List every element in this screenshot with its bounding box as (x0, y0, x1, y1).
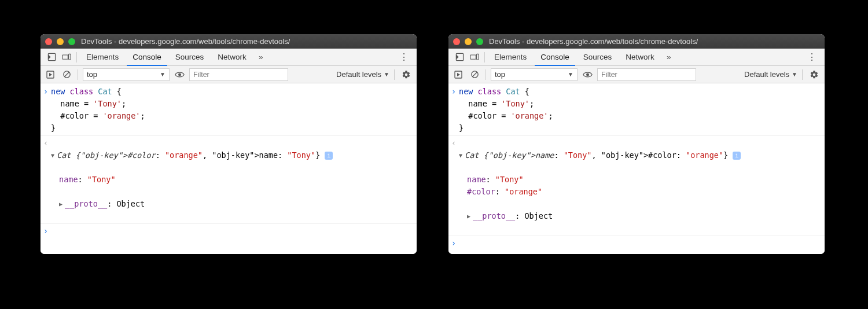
window-title: DevTools - developers.google.com/web/too… (489, 37, 698, 46)
more-menu-icon[interactable]: ⋮ (396, 52, 412, 62)
console-input-row: › new class Cat { name = 'Tony'; #color … (41, 84, 417, 136)
main-tabbar: ElementsConsoleSourcesNetwork » ⋮ (448, 49, 825, 66)
devtools-window: DevTools - developers.google.com/web/too… (448, 34, 825, 254)
console-settings-icon[interactable] (399, 70, 413, 79)
chevron-down-icon: ▼ (384, 71, 389, 78)
expand-toggle-icon[interactable]: ▼ (459, 149, 465, 161)
show-console-sidebar-icon[interactable] (452, 68, 465, 81)
info-badge-icon[interactable]: i (733, 152, 741, 160)
separator (484, 52, 485, 62)
toggle-device-icon[interactable] (468, 51, 481, 64)
tab-elements[interactable]: Elements (488, 49, 532, 66)
titlebar: DevTools - developers.google.com/web/too… (41, 34, 417, 49)
chevron-down-icon: ▼ (792, 71, 797, 78)
zoom-button[interactable] (476, 38, 483, 45)
input-prompt-icon: › (448, 86, 459, 98)
minimize-button[interactable] (57, 38, 64, 45)
filter-input[interactable] (597, 68, 696, 81)
tab-label: Console (133, 53, 161, 61)
console-result-row: ‹ ▼Cat {"obj-key">#color: "orange", "obj… (41, 136, 417, 224)
show-console-sidebar-icon[interactable] (44, 68, 57, 81)
more-menu-icon[interactable]: ⋮ (804, 52, 820, 62)
object-proto[interactable]: ▶__proto__: Object (59, 198, 413, 210)
context-selector[interactable]: top ▼ (491, 68, 578, 81)
object-tree: name: "Tony"#color: "orange" ▶__proto__:… (459, 161, 821, 234)
tab-label: Network (218, 53, 247, 61)
log-levels-selector[interactable]: Default levels ▼ (741, 70, 797, 79)
output-indicator-icon: ‹ (41, 137, 51, 149)
object-proto[interactable]: ▶__proto__: Object (467, 210, 821, 222)
separator (76, 52, 77, 62)
tab-label: Sources (175, 53, 204, 61)
object-property: #color: "orange" (467, 186, 821, 198)
clear-console-icon[interactable] (60, 68, 73, 81)
close-button[interactable] (45, 38, 52, 45)
tab-network[interactable]: Network (212, 49, 252, 66)
tab-label: Sources (583, 53, 612, 61)
overflow-tabs-icon[interactable]: » (255, 51, 267, 64)
info-badge-icon[interactable]: i (325, 152, 333, 160)
log-levels-label: Default levels (336, 70, 381, 79)
tab-sources[interactable]: Sources (578, 49, 618, 66)
tab-console[interactable]: Console (127, 49, 167, 66)
tab-network[interactable]: Network (620, 49, 660, 66)
object-property: name: "Tony" (467, 174, 821, 186)
close-button[interactable] (453, 38, 460, 45)
expand-toggle-icon[interactable]: ▶ (467, 210, 473, 222)
console-prompt-row[interactable]: › (448, 236, 825, 251)
separator (802, 69, 803, 80)
tab-label: Network (626, 53, 654, 61)
chevron-down-icon: ▼ (160, 71, 165, 78)
tab-sources[interactable]: Sources (170, 49, 210, 66)
object-tree: name: "Tony" ▶__proto__: Object (51, 161, 413, 222)
live-expression-icon[interactable] (581, 68, 594, 81)
console-settings-icon[interactable] (807, 70, 821, 79)
tab-console[interactable]: Console (535, 49, 575, 66)
svg-line-5 (64, 72, 69, 77)
log-levels-selector[interactable]: Default levels ▼ (333, 70, 389, 79)
console-output: › new class Cat { name = 'Tony'; #color … (41, 83, 417, 254)
console-input-code[interactable]: new class Cat { name = 'Tony'; #color = … (51, 86, 413, 134)
object-summary[interactable]: Cat {"obj-key">#color (57, 150, 156, 160)
output-indicator-icon: ‹ (448, 137, 459, 149)
console-prompt-row[interactable]: › (41, 224, 417, 238)
console-result-body: ▼Cat {"obj-key">name: "Tony", "obj-key">… (459, 137, 821, 234)
svg-line-12 (472, 72, 477, 77)
console-input-row: › new class Cat { name = 'Tony'; #color … (448, 84, 825, 136)
svg-point-6 (178, 73, 181, 76)
input-prompt-icon: › (448, 237, 459, 249)
expand-toggle-icon[interactable]: ▶ (59, 198, 65, 210)
console-result-row: ‹ ▼Cat {"obj-key">name: "Tony", "obj-key… (448, 136, 825, 236)
log-levels-label: Default levels (744, 70, 789, 79)
console-input-code[interactable]: new class Cat { name = 'Tony'; #color = … (459, 86, 821, 134)
svg-rect-8 (470, 55, 476, 59)
live-expression-icon[interactable] (173, 68, 186, 81)
context-selector[interactable]: top ▼ (83, 68, 170, 81)
expand-toggle-icon[interactable]: ▼ (51, 149, 57, 161)
titlebar: DevTools - developers.google.com/web/too… (448, 34, 825, 49)
minimize-button[interactable] (465, 38, 472, 45)
separator (486, 69, 486, 80)
svg-rect-9 (477, 54, 479, 60)
svg-rect-1 (62, 55, 68, 59)
input-prompt-icon: › (41, 86, 51, 98)
separator (394, 69, 395, 80)
console-toolbar: top ▼ Default levels ▼ (41, 66, 417, 83)
toggle-device-icon[interactable] (60, 51, 73, 64)
inspect-icon[interactable] (453, 51, 466, 64)
tab-label: Elements (86, 53, 119, 61)
overflow-tabs-icon[interactable]: » (663, 51, 675, 64)
separator (78, 69, 78, 80)
inspect-icon[interactable] (45, 51, 58, 64)
svg-point-13 (586, 73, 589, 76)
tab-label: Console (540, 53, 569, 61)
object-property: name: "Tony" (59, 174, 413, 186)
filter-input[interactable] (189, 68, 288, 81)
input-prompt-icon: › (41, 225, 51, 237)
object-summary[interactable]: Cat {"obj-key">name (465, 150, 554, 160)
tab-elements[interactable]: Elements (80, 49, 124, 66)
devtools-window: DevTools - developers.google.com/web/too… (41, 34, 417, 254)
main-tabbar: ElementsConsoleSourcesNetwork » ⋮ (41, 49, 417, 66)
clear-console-icon[interactable] (468, 68, 481, 81)
zoom-button[interactable] (68, 38, 75, 45)
